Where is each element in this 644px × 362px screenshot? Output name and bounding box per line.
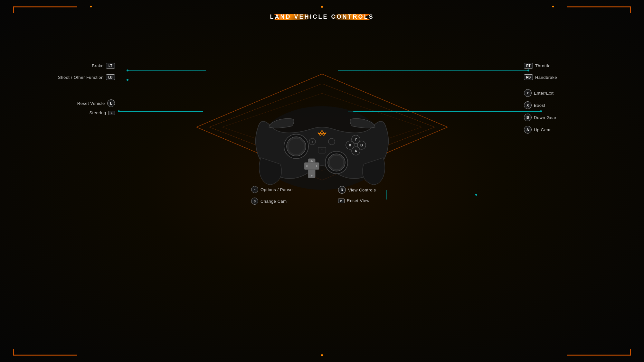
- teal-dot-brake: [127, 70, 128, 71]
- change-cam-label: Change Cam: [260, 199, 287, 204]
- hline-top-mid-left: [103, 7, 167, 7]
- hline-bot-mid-left: [103, 355, 167, 355]
- svg-text:≡: ≡: [312, 141, 313, 144]
- dot-top-center: [321, 5, 323, 8]
- brake-label: Brake: [92, 63, 103, 68]
- label-up-gear: A Up Gear: [524, 126, 557, 134]
- svg-text:B: B: [360, 143, 363, 147]
- teal-line-reset: [119, 111, 203, 112]
- brake-badge: LT: [106, 63, 115, 69]
- enter-exit-badge: Y: [524, 89, 532, 97]
- hline-bot-mid-right: [477, 355, 541, 355]
- boost-badge: X: [524, 101, 532, 109]
- label-boost: X Boost: [524, 101, 557, 109]
- down-gear-badge: B: [524, 114, 532, 121]
- teal-line-throttle: [338, 70, 528, 71]
- svg-text:X: X: [349, 143, 351, 147]
- svg-point-6: [329, 155, 344, 170]
- label-throttle: RT Throttle: [524, 63, 557, 69]
- hline-top-left: [16, 7, 80, 7]
- steering-badge: L: [109, 111, 115, 115]
- hline-bot-right: [564, 355, 628, 355]
- page-container: LAND VEHICLE CONTROLS: [0, 0, 644, 362]
- change-cam-badge: ⊙: [251, 198, 258, 205]
- dot-top-right: [552, 5, 554, 8]
- bottom-labels-left: ≡ Options / Pause ⊙ Change Cam: [251, 186, 293, 208]
- label-change-cam: ⊙ Change Cam: [251, 198, 293, 205]
- enter-exit-label: Enter/Exit: [534, 91, 554, 96]
- reset-vehicle-badge: L: [107, 99, 115, 107]
- label-reset-view: R Reset View: [338, 198, 376, 203]
- view-controls-badge: R: [338, 186, 346, 194]
- options-badge: ≡: [251, 186, 258, 193]
- label-brake: Brake LT: [58, 63, 115, 69]
- label-handbrake: RB Handbrake: [524, 74, 557, 80]
- teal-dot-shoot: [127, 79, 128, 81]
- label-steering: Steering L: [58, 110, 115, 115]
- up-gear-badge: A: [524, 126, 532, 134]
- steering-label: Steering: [89, 110, 106, 115]
- reset-vehicle-label: Reset Vehicle: [77, 101, 105, 106]
- label-options-pause: ≡ Options / Pause: [251, 186, 293, 193]
- label-down-gear: B Down Gear: [524, 114, 557, 121]
- teal-line-bottom-vertical: [386, 190, 387, 200]
- teal-line-shoot: [128, 80, 203, 80]
- left-labels-container: Brake LT Shoot / Other Function LB Reset…: [58, 63, 115, 118]
- bottom-labels-right: R View Controls R Reset View: [338, 186, 376, 206]
- label-enter-exit: Y Enter/Exit: [524, 89, 557, 97]
- hline-top-right: [564, 7, 628, 7]
- teal-dot-reset: [118, 110, 120, 112]
- svg-text:A: A: [355, 149, 357, 153]
- view-controls-label: View Controls: [348, 188, 376, 192]
- label-shoot: Shoot / Other Function LB: [58, 74, 115, 80]
- shoot-badge: LB: [106, 74, 115, 80]
- throttle-label: Throttle: [535, 63, 551, 68]
- down-gear-label: Down Gear: [534, 115, 556, 120]
- dot-top-left: [90, 5, 92, 8]
- dot-bottom-center: [321, 354, 323, 357]
- label-reset-vehicle: Reset Vehicle L: [58, 99, 115, 107]
- handbrake-label: Handbrake: [535, 75, 557, 80]
- teal-line-brake: [128, 70, 206, 71]
- svg-text:⬆: ⬆: [321, 149, 323, 151]
- page-title: LAND VEHICLE CONTROLS: [270, 14, 374, 20]
- teal-dot-bottom-right: [475, 194, 477, 196]
- svg-text:⋯: ⋯: [330, 141, 333, 144]
- handbrake-badge: RB: [524, 74, 533, 80]
- right-labels-container: RT Throttle RB Handbrake Y Enter/Exit X …: [524, 63, 557, 137]
- svg-point-3: [288, 138, 304, 154]
- svg-text:Y: Y: [355, 137, 357, 141]
- label-view-controls: R View Controls: [338, 186, 376, 194]
- hline-bot-left: [16, 355, 80, 355]
- reset-view-label: Reset View: [347, 198, 370, 203]
- shoot-label: Shoot / Other Function: [58, 75, 104, 80]
- boost-label: Boost: [534, 103, 545, 108]
- controller-svg: Y X B A ≡ ⋯ ⬆: [242, 77, 402, 193]
- up-gear-label: Up Gear: [534, 127, 551, 132]
- options-pause-label: Options / Pause: [260, 187, 293, 192]
- reset-view-badge: R: [338, 199, 345, 203]
- throttle-badge: RT: [524, 63, 533, 69]
- hline-top-mid-right: [477, 7, 541, 7]
